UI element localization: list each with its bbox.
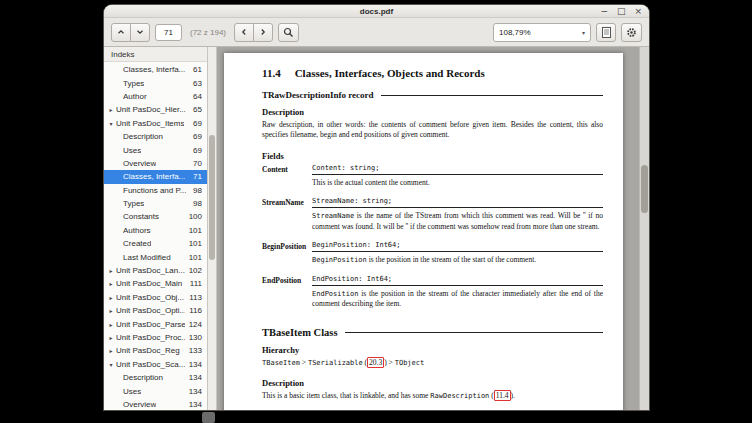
sidebar-item[interactable]: ▸Unit PasDoc_Obj...113	[104, 291, 207, 304]
sidebar-item-page: 64	[189, 92, 202, 101]
sidebar-item[interactable]: Description69	[104, 130, 207, 143]
page-tools-button[interactable]	[596, 23, 616, 42]
expander-closed-icon[interactable]: ▸	[106, 106, 116, 113]
sidebar-item[interactable]: Classes, Interfa...71	[104, 170, 207, 183]
sidebar-item-page: 69	[189, 119, 202, 128]
expander-closed-icon[interactable]: ▸	[106, 307, 116, 314]
sidebar-item[interactable]: Classes, Interfa...61	[104, 63, 207, 76]
sidebar-item[interactable]: Overview134	[104, 398, 207, 410]
expander-open-icon[interactable]: ▾	[106, 120, 116, 127]
sidebar-item[interactable]: ▸Unit PasDoc_Hier...65	[104, 103, 207, 116]
sidebar-item-label: Authors	[123, 226, 151, 235]
sidebar-item[interactable]: Description134	[104, 371, 207, 384]
sidebar-item[interactable]: ▾Unit PasDoc_Sca...134	[104, 358, 207, 371]
minimize-button[interactable]: −	[600, 7, 608, 16]
sidebar-item-label: Overview	[123, 159, 156, 168]
desktop-background: docs.pdf − □ × (72 z 194)	[0, 0, 752, 423]
sidebar-scrollbar-thumb[interactable]	[209, 135, 215, 260]
sidebar-scrollbar[interactable]	[208, 47, 217, 410]
history-back-button[interactable]	[234, 23, 254, 42]
sidebar-item[interactable]: ▸Unit PasDoc_Proc...130	[104, 331, 207, 344]
text-run: This is a basic item class, that is link…	[262, 391, 430, 400]
sidebar-item-page: 102	[185, 266, 202, 275]
sidebar-item[interactable]: ▸Unit PasDoc_Parser124	[104, 317, 207, 330]
expander-open-icon[interactable]: ▾	[106, 361, 116, 368]
titlebar[interactable]: docs.pdf − □ ×	[104, 5, 649, 18]
text-run: ) >	[384, 358, 394, 367]
sidebar-item[interactable]: Last Modified101	[104, 250, 207, 263]
field-row: EndPositionEndPosition: Int64;EndPositio…	[262, 275, 603, 314]
document-view[interactable]: 11.4Classes, Interfaces, Objects and Rec…	[217, 47, 639, 410]
sidebar-item[interactable]: Functions and P...98	[104, 184, 207, 197]
pdf-link[interactable]: 20.3	[367, 357, 384, 368]
sidebar-item[interactable]: Uses134	[104, 384, 207, 397]
search-icon	[283, 27, 294, 38]
field-content: Content: string;This is the actual conte…	[312, 164, 603, 192]
sidebar-item[interactable]: Types98	[104, 197, 207, 210]
expander-closed-icon[interactable]: ▸	[106, 321, 116, 328]
content-scrollbar[interactable]	[639, 47, 649, 410]
sidebar-item[interactable]: Created101	[104, 237, 207, 250]
field-description: EndPosition is the position in the strea…	[312, 289, 603, 310]
previous-page-button[interactable]	[111, 23, 131, 42]
sidebar-mode-select[interactable]: Indeks	[104, 47, 207, 62]
zoom-select[interactable]: 108,79% ▾	[493, 23, 591, 42]
sidebar-item-page: 98	[189, 186, 202, 195]
expander-closed-icon[interactable]: ▸	[106, 334, 116, 341]
field-name: Content	[262, 164, 312, 192]
expander-closed-icon[interactable]: ▸	[106, 294, 116, 301]
record-heading: TRawDescriptionInfo record	[262, 90, 374, 100]
sidebar-item[interactable]: ▸Unit PasDoc_Opti...116	[104, 304, 207, 317]
field-declaration: BeginPosition: Int64;	[312, 241, 603, 252]
pdf-link[interactable]: 11.4	[494, 390, 511, 401]
field-declaration: Content: string;	[312, 164, 603, 175]
sidebar-item[interactable]: ▸Unit PasDoc_Lan...102	[104, 264, 207, 277]
page-nav-group	[111, 23, 150, 42]
expander-closed-icon[interactable]: ▸	[106, 347, 116, 354]
sidebar-item-label: Created	[123, 239, 151, 248]
code-text: TObject	[395, 359, 425, 367]
sidebar-item-label: Unit PasDoc_Sca...	[116, 360, 185, 369]
sidebar-item-page: 69	[189, 132, 202, 141]
heading-rule	[381, 95, 603, 96]
pdf-page: 11.4Classes, Interfaces, Objects and Rec…	[224, 53, 623, 410]
close-button[interactable]: ×	[634, 7, 642, 16]
next-page-button[interactable]	[130, 23, 150, 42]
field-row: ContentContent: string;This is the actua…	[262, 164, 603, 192]
gear-icon	[626, 27, 637, 38]
sidebar-item[interactable]: ▾Unit PasDoc_Items69	[104, 117, 207, 130]
sidebar-item[interactable]: Constants100	[104, 210, 207, 223]
sidebar-item[interactable]: Author64	[104, 90, 207, 103]
sidebar-item[interactable]: Uses69	[104, 143, 207, 156]
sidebar-item-label: Unit PasDoc_Hier...	[116, 105, 186, 114]
content-scrollbar-thumb[interactable]	[641, 165, 648, 213]
sidebar-item-label: Functions and P...	[123, 186, 186, 195]
record-description: Raw description, in other words: the con…	[262, 120, 603, 141]
pdf-viewer-window: docs.pdf − □ × (72 z 194)	[104, 5, 649, 410]
search-button[interactable]	[278, 23, 299, 42]
sidebar-item[interactable]: ▸Unit PasDoc_Main111	[104, 277, 207, 290]
history-forward-button[interactable]	[253, 23, 273, 42]
maximize-button[interactable]: □	[617, 7, 626, 16]
sidebar-item-label: Unit PasDoc_Opti...	[116, 306, 185, 315]
sidebar-item-page: 63	[189, 79, 202, 88]
expander-closed-icon[interactable]: ▸	[106, 267, 116, 274]
taskbar-icon[interactable]	[202, 412, 215, 423]
sidebar-item-label: Unit PasDoc_Lan...	[116, 266, 185, 275]
code-text: BeginPosition	[312, 256, 367, 264]
chevron-right-icon	[259, 28, 267, 36]
sidebar-item[interactable]: Overview70	[104, 157, 207, 170]
menu-button[interactable]	[621, 23, 642, 42]
field-row: BeginPositionBeginPosition: Int64;BeginP…	[262, 241, 603, 270]
sidebar-item-page: 101	[185, 253, 202, 262]
expander-closed-icon[interactable]: ▸	[106, 280, 116, 287]
sidebar-item[interactable]: Authors101	[104, 224, 207, 237]
hierarchy-line: TBaseItem > TSerializable (20.3) > TObje…	[262, 358, 603, 369]
text-run: >	[300, 358, 308, 367]
page-number-input[interactable]	[155, 24, 182, 41]
sidebar-mode-label: Indeks	[111, 50, 135, 59]
code-text: RawDescription	[430, 392, 489, 400]
description-heading: Description	[262, 107, 603, 117]
sidebar-item[interactable]: Types63	[104, 76, 207, 89]
sidebar-item[interactable]: ▸Unit PasDoc_Reg133	[104, 344, 207, 357]
